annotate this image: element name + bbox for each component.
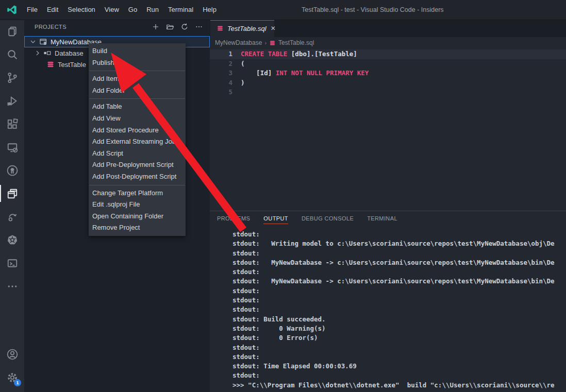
chevron-down-icon[interactable] xyxy=(29,38,37,46)
output-line: stdout: 0 Warning(s) xyxy=(232,324,566,333)
settings-badge: 1 xyxy=(14,379,21,386)
code-line: 3 [Id] INT NOT NULL PRIMARY KEY xyxy=(210,69,566,78)
close-tab-icon[interactable]: ✕ xyxy=(271,25,276,32)
context-menu-item-add-item[interactable]: Add Item... xyxy=(89,73,186,85)
add-project-icon[interactable] xyxy=(150,21,161,32)
output-line: stdout: xyxy=(232,352,566,362)
database-file-icon xyxy=(269,40,276,46)
output-line: stdout: xyxy=(232,230,566,239)
line-number: 3 xyxy=(210,69,232,78)
vscode-insiders-logo xyxy=(7,5,17,15)
context-menu-item-open-containing-folder[interactable]: Open Containing Folder xyxy=(89,211,186,223)
menu-item[interactable]: Go xyxy=(124,0,142,20)
github-icon[interactable] xyxy=(0,159,24,182)
menu-item[interactable]: View xyxy=(100,0,124,20)
chevron-right-icon[interactable] xyxy=(34,49,42,57)
context-menu-item-change-target-platform[interactable]: Change Target Platform xyxy=(89,188,186,199)
run-and-debug-icon[interactable] xyxy=(0,89,24,112)
database-projects-icon[interactable] xyxy=(0,182,24,205)
context-menu-item-add-script[interactable]: Add Script xyxy=(89,148,186,160)
refresh-icon[interactable] xyxy=(179,21,190,32)
context-menu-item-build[interactable]: Build xyxy=(89,45,186,57)
context-menu-item-publish[interactable]: Publish xyxy=(89,57,186,69)
output-line: stdout: xyxy=(232,249,566,258)
code-text: ) xyxy=(241,78,245,88)
accounts-icon[interactable] xyxy=(0,343,24,366)
breadcrumb: MyNewDatabase › TestTable.sql xyxy=(210,37,566,48)
explorer-icon[interactable] xyxy=(0,20,24,43)
search-icon[interactable] xyxy=(0,43,24,66)
output-line: stdout: xyxy=(232,343,566,352)
sidebar-header: PROJECTS xyxy=(24,20,210,34)
panel-tab-problems[interactable]: PROBLEMS xyxy=(217,211,250,226)
output-line: stdout: xyxy=(232,286,566,296)
live-share-icon[interactable] xyxy=(0,205,24,228)
code-text: [Id] INT NOT NULL PRIMARY KEY xyxy=(241,69,369,78)
more-views-icon[interactable] xyxy=(0,275,24,298)
context-menu-item-edit-sqlproj-file[interactable]: Edit .sqlproj File xyxy=(89,199,186,211)
output-line: stdout: 0 Error(s) xyxy=(232,333,566,343)
menu-item[interactable]: Run xyxy=(142,0,163,20)
code-line: 4) xyxy=(210,78,566,88)
settings-gear-icon[interactable]: 1 xyxy=(0,366,24,389)
context-menu-item-remove-project[interactable]: Remove Project xyxy=(89,222,186,234)
context-menu-item-add-pre-deployment-script[interactable]: Add Pre-Deployment Script xyxy=(89,159,186,171)
editor-area: TestTable.sql ✕ MyNewDatabase › TestTabl… xyxy=(210,20,566,392)
more-actions-icon[interactable] xyxy=(193,21,205,32)
menu-item[interactable]: Help xyxy=(198,0,221,20)
code-line: 2( xyxy=(210,59,566,69)
menu-item[interactable]: Terminal xyxy=(163,0,198,20)
sidebar-title: PROJECTS xyxy=(35,24,150,30)
extensions-icon[interactable] xyxy=(0,112,24,135)
remote-explorer-icon[interactable] xyxy=(0,135,24,159)
panel-tab-debug-console[interactable]: DEBUG CONSOLE xyxy=(302,211,354,226)
breadcrumb-project[interactable]: MyNewDatabase xyxy=(215,39,262,46)
panel-tab-terminal[interactable]: TERMINAL xyxy=(367,211,397,226)
tab-testtable-sql[interactable]: TestTable.sql ✕ xyxy=(210,20,274,37)
output-console[interactable]: stdout:stdout: Writing model to c:\Users… xyxy=(210,226,566,392)
breadcrumb-file[interactable]: TestTable.sql xyxy=(278,39,314,46)
code-line: 5 xyxy=(210,88,566,97)
tab-label: TestTable.sql xyxy=(227,25,267,32)
title-bar: FileEditSelectionViewGoRunTerminalHelp T… xyxy=(0,0,566,20)
tab-bar: TestTable.sql ✕ xyxy=(210,20,566,37)
powershell-icon[interactable] xyxy=(0,251,24,275)
context-menu-item-add-table[interactable]: Add Table xyxy=(89,101,186,113)
output-line: stdout: xyxy=(232,371,566,380)
output-line: stdout: MyNewDatabase -> c:\Users\scoria… xyxy=(232,258,566,267)
menu-separator xyxy=(89,98,185,99)
line-number: 2 xyxy=(210,59,232,69)
code-text: CREATE TABLE [dbo].[TestTable] xyxy=(241,49,357,59)
reference-group-icon xyxy=(43,49,52,57)
menu-bar: FileEditSelectionViewGoRunTerminalHelp xyxy=(22,0,221,20)
context-menu-item-add-view[interactable]: Add View xyxy=(89,113,186,125)
bottom-panel: PROBLEMSOUTPUTDEBUG CONSOLETERMINAL stdo… xyxy=(210,211,566,392)
line-number: 5 xyxy=(210,88,232,97)
context-menu-item-add-external-streaming-job[interactable]: Add External Streaming Job xyxy=(89,136,186,148)
menu-item[interactable]: Edit xyxy=(42,0,63,20)
output-line: >>> "C:\\Program Files\\dotnet\\dotnet.e… xyxy=(232,381,566,390)
window-title: TestTable.sql - test - Visual Studio Cod… xyxy=(302,0,444,20)
open-folder-icon[interactable] xyxy=(164,21,176,32)
panel-tab-bar: PROBLEMSOUTPUTDEBUG CONSOLETERMINAL xyxy=(210,211,566,226)
vscode-window: FileEditSelectionViewGoRunTerminalHelp T… xyxy=(0,0,566,392)
source-control-icon[interactable] xyxy=(0,66,24,89)
project-context-menu: BuildPublishAdd Item...Add FolderAdd Tab… xyxy=(89,43,186,236)
context-menu-item-add-post-deployment-script[interactable]: Add Post-Deployment Script xyxy=(89,171,186,183)
context-menu-item-add-folder[interactable]: Add Folder xyxy=(89,85,186,97)
breadcrumb-chevron-icon: › xyxy=(264,40,267,46)
code-line: 1CREATE TABLE [dbo].[TestTable] xyxy=(210,49,566,59)
menu-item[interactable]: Selection xyxy=(63,0,99,20)
sidebar-actions xyxy=(150,21,205,32)
kubernetes-icon[interactable] xyxy=(0,228,24,251)
output-line: stdout: Time Elapsed 00:00:03.69 xyxy=(232,362,566,371)
activity-bar: 1 xyxy=(0,20,24,392)
context-menu-item-add-stored-procedure[interactable]: Add Stored Procedure xyxy=(89,125,186,137)
panel-tab-output[interactable]: OUTPUT xyxy=(263,211,288,226)
menu-item[interactable]: File xyxy=(22,0,42,20)
code-editor[interactable]: 1CREATE TABLE [dbo].[TestTable]2(3 [Id] … xyxy=(210,48,566,211)
menu-separator xyxy=(89,71,185,71)
output-line: stdout: MyNewDatabase -> c:\Users\scoria… xyxy=(232,277,566,286)
database-file-icon xyxy=(217,25,224,32)
code-text: ( xyxy=(241,59,245,69)
